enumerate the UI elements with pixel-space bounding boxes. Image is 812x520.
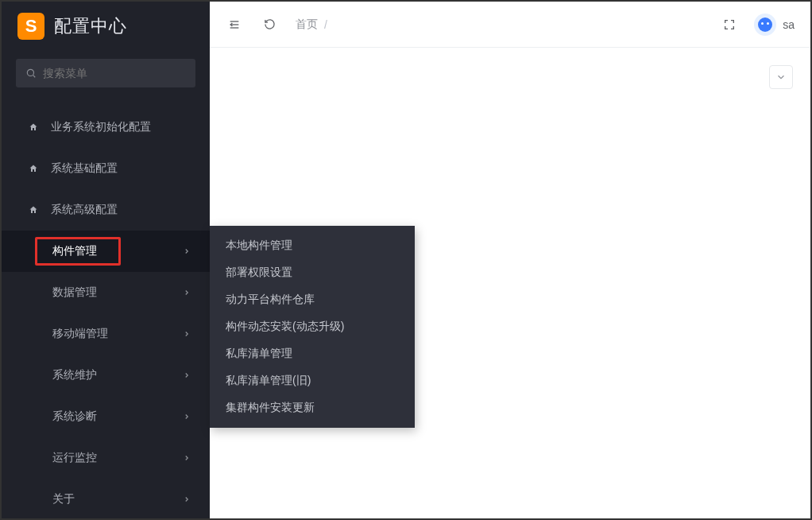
sidebar-item-label: 业务系统初始化配置 <box>51 120 191 134</box>
chevron-right-icon <box>183 413 191 421</box>
chevron-right-icon <box>183 289 191 297</box>
home-icon <box>29 164 40 173</box>
home-icon <box>29 122 40 132</box>
sidebar-menu: 业务系统初始化配置 系统基础配置 系统高级配置 构件管理 <box>2 92 210 520</box>
sidebar-item-basic-config[interactable]: 系统基础配置 <box>2 148 210 189</box>
sidebar-item-runtime-monitor[interactable]: 运行监控 <box>2 437 210 479</box>
sidebar-item-label: 运行监控 <box>52 451 183 465</box>
search-icon <box>25 68 37 79</box>
submenu-component-mgmt: 本地构件管理 部署权限设置 动力平台构件仓库 构件动态安装(动态升级) 私库清单… <box>210 226 415 428</box>
search-input[interactable] <box>43 67 186 80</box>
submenu-item-deploy-permission[interactable]: 部署权限设置 <box>210 259 415 286</box>
sidebar-item-label: 构件管理 <box>52 244 183 258</box>
fullscreen-button[interactable] <box>721 16 738 33</box>
app-logo-icon: S <box>17 13 44 40</box>
svg-point-0 <box>27 69 33 76</box>
chevron-right-icon <box>183 247 191 255</box>
collapse-sidebar-button[interactable] <box>226 16 243 33</box>
topbar: 首页 / sa <box>210 2 810 48</box>
submenu-item-cluster-install[interactable]: 集群构件安装更新 <box>210 394 415 421</box>
submenu-item-platform-repo[interactable]: 动力平台构件仓库 <box>210 286 415 313</box>
home-icon <box>29 205 40 215</box>
submenu-item-label: 本地构件管理 <box>226 239 292 253</box>
sidebar-item-label: 系统高级配置 <box>51 203 191 217</box>
sidebar-item-label: 系统维护 <box>52 368 183 382</box>
submenu-item-label: 构件动态安装(动态升级) <box>226 320 344 334</box>
submenu-item-label: 私库清单管理(旧) <box>226 374 311 388</box>
sidebar-item-label: 数据管理 <box>52 285 183 300</box>
sidebar-item-init-config[interactable]: 业务系统初始化配置 <box>2 107 210 148</box>
breadcrumb: 首页 / <box>296 17 334 32</box>
sidebar-item-data-mgmt[interactable]: 数据管理 <box>2 272 210 313</box>
svg-line-1 <box>33 76 36 78</box>
breadcrumb-separator: / <box>324 18 327 31</box>
avatar-icon <box>754 14 776 36</box>
chevron-right-icon <box>183 371 191 379</box>
submenu-item-label: 私库清单管理 <box>226 347 292 361</box>
submenu-item-label: 集群构件安装更新 <box>226 401 315 415</box>
sidebar-item-label: 系统诊断 <box>52 409 183 424</box>
panel-collapse-button[interactable] <box>769 65 793 89</box>
submenu-item-label: 动力平台构件仓库 <box>226 293 315 307</box>
submenu-item-dynamic-install[interactable]: 构件动态安装(动态升级) <box>210 313 415 340</box>
submenu-item-label: 部署权限设置 <box>226 266 292 280</box>
sidebar-item-label: 系统基础配置 <box>51 161 191 176</box>
user-menu[interactable]: sa <box>754 14 795 36</box>
app-title: 配置中心 <box>54 14 127 38</box>
submenu-item-local-component[interactable]: 本地构件管理 <box>210 232 415 259</box>
submenu-item-private-repo-old[interactable]: 私库清单管理(旧) <box>210 367 415 394</box>
chevron-right-icon <box>183 330 191 338</box>
sidebar-item-component-mgmt[interactable]: 构件管理 <box>2 231 210 272</box>
chevron-right-icon <box>183 495 191 503</box>
breadcrumb-home[interactable]: 首页 <box>296 17 318 32</box>
sidebar-item-advanced-config[interactable]: 系统高级配置 <box>2 189 210 231</box>
sidebar-item-label: 移动端管理 <box>52 327 183 341</box>
search-wrap <box>2 51 210 92</box>
sidebar-item-mobile-mgmt[interactable]: 移动端管理 <box>2 313 210 355</box>
sidebar-item-sys-maintenance[interactable]: 系统维护 <box>2 355 210 396</box>
username-label: sa <box>783 18 795 31</box>
sidebar-item-label: 关于 <box>52 492 183 506</box>
sidebar-item-about[interactable]: 关于 <box>2 479 210 520</box>
app-logo-block: S 配置中心 <box>2 2 210 51</box>
sidebar: S 配置中心 业务系统初始化配置 系统基础配置 <box>2 2 210 518</box>
submenu-item-private-repo[interactable]: 私库清单管理 <box>210 340 415 367</box>
chevron-right-icon <box>183 454 191 462</box>
sidebar-item-sys-diagnosis[interactable]: 系统诊断 <box>2 396 210 437</box>
refresh-button[interactable] <box>261 16 278 33</box>
